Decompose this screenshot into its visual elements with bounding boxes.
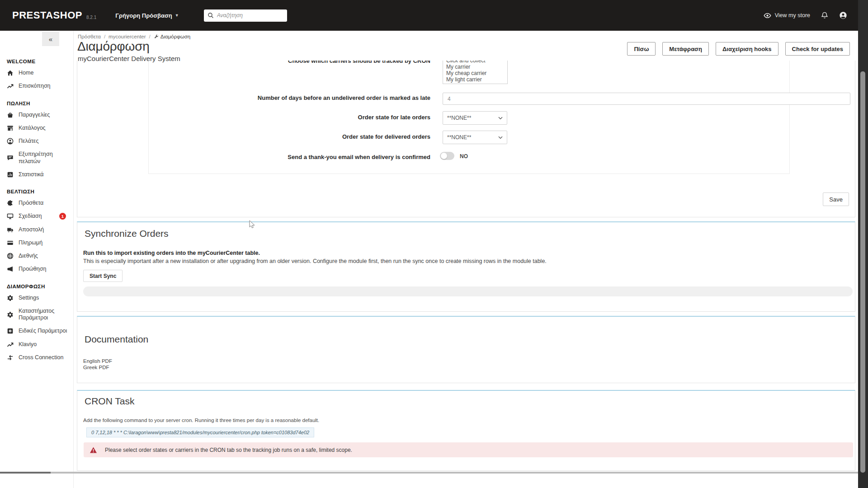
thankyou-email-state: NO	[460, 153, 468, 160]
prestashop-admin-screen: PRESTASHOP 8.2.1 Γρήγορη Πρόσβαση ▼ View…	[0, 0, 868, 488]
sidebar-item-modules[interactable]: Πρόσθετα	[0, 197, 73, 210]
account-icon[interactable]	[839, 11, 847, 19]
sidebar-item-catalog[interactable]: Κατάλογος	[0, 122, 73, 135]
save-button[interactable]: Save	[823, 192, 849, 206]
advanced-params-icon	[7, 328, 14, 334]
carrier-option[interactable]: My cheap carrier	[443, 70, 507, 76]
check-updates-button[interactable]: Check for updates	[785, 42, 850, 56]
late-state-value: **NONE**	[447, 115, 471, 121]
sidebar-section-improve: ΒΕΛΤΙΩΣΗ	[0, 189, 73, 197]
english-pdf-link[interactable]: English PDF	[83, 358, 112, 364]
design-notification-badge: 1	[59, 213, 66, 220]
sidebar-item-customers[interactable]: Πελάτες	[0, 135, 73, 148]
home-icon	[7, 70, 14, 76]
manage-hooks-button[interactable]: Διαχείριση hooks	[716, 42, 778, 56]
sidebar-item-label: Settings	[19, 295, 39, 301]
vertical-scrollbar-track	[858, 0, 868, 488]
truck-icon	[7, 226, 14, 233]
carriers-label: Choose which carriers should be tracked …	[194, 60, 430, 64]
sidebar-item-international[interactable]: Διεθνής	[0, 249, 73, 263]
back-button[interactable]: Πίσω	[627, 42, 656, 56]
sidebar-item-label: Home	[19, 70, 33, 76]
carrier-option[interactable]: Click and collect	[443, 60, 507, 64]
search-input[interactable]	[217, 12, 287, 19]
thankyou-email-toggle[interactable]	[440, 152, 454, 160]
translate-button[interactable]: Μετάφραση	[662, 42, 709, 56]
sidebar-item-orders[interactable]: Παραγγελίες	[0, 108, 73, 122]
chevron-down-icon	[498, 117, 503, 120]
sync-progressbar	[83, 286, 853, 296]
sidebar-item-stats[interactable]: Στατιστικά	[0, 168, 73, 181]
sidebar-item-label: Κατάλογος	[19, 125, 46, 131]
basket-icon	[7, 112, 14, 118]
sidebar-item-home[interactable]: Home	[0, 66, 73, 80]
sidebar-nav: WELCOME Home Επισκόπηση ΠΩΛΗΣΗ Παραγγελί…	[0, 31, 73, 364]
monitor-icon	[7, 213, 14, 220]
sidebar-item-design[interactable]: Σχεδίαση 1	[0, 210, 73, 223]
sidebar-item-marketing[interactable]: Προώθηση	[0, 263, 73, 276]
page-title: Διαμόρφωση	[77, 39, 150, 54]
globe-icon	[7, 253, 14, 259]
module-config-card: Choose which carriers should be tracked …	[77, 60, 855, 217]
docs-card-title: Documentation	[85, 334, 148, 345]
sidebar-section-configure: ΔΙΑΜΟΡΦΩΣΗ	[0, 284, 73, 291]
breadcrumb-modules[interactable]: Πρόσθετα	[78, 34, 101, 39]
megaphone-icon	[7, 266, 14, 272]
view-store-link[interactable]: View my store	[764, 12, 810, 19]
notifications-bell-icon[interactable]	[821, 12, 828, 19]
sidebar-item-klaviyo[interactable]: Klaviyo	[0, 338, 73, 351]
delivered-state-select[interactable]: **NONE**	[443, 131, 507, 144]
sidebar: « WELCOME Home Επισκόπηση ΠΩΛΗΣΗ Παραγγε…	[0, 31, 74, 488]
sidebar-item-label: Παραγγελίες	[19, 112, 50, 118]
cron-warning-text: Please select order states or carriers i…	[105, 447, 352, 453]
sidebar-item-overview[interactable]: Επισκόπηση	[0, 80, 73, 93]
carriers-multiselect[interactable]: Click and collect My carrier My cheap ca…	[443, 60, 508, 84]
cron-instruction: Add the following command to your server…	[83, 418, 319, 423]
carrier-option[interactable]: My light carrier	[443, 76, 507, 83]
sidebar-item-label: Καταστήματος Παράμετροι	[19, 308, 66, 322]
breadcrumb-current: Διαμόρφωση	[154, 34, 190, 39]
sidebar-item-label: Στατιστικά	[19, 171, 44, 178]
sync-card-title: Synchronize Orders	[85, 228, 169, 239]
sidebar-item-label: Πληρωμή	[19, 239, 42, 246]
search-box	[204, 9, 287, 22]
page-subtitle: myCourierCenter Delivery System	[78, 55, 180, 62]
sidebar-item-label: Προώθηση	[19, 266, 46, 272]
sidebar-item-payment[interactable]: Πληρωμή	[0, 236, 73, 249]
cron-card-title: CRON Task	[85, 396, 134, 407]
mouse-cursor	[249, 220, 255, 231]
sidebar-item-cross-connection[interactable]: Cross Connection	[0, 351, 73, 364]
breadcrumb-separator: /	[149, 34, 151, 39]
start-sync-button[interactable]: Start Sync	[83, 270, 123, 282]
greek-pdf-link[interactable]: Greek PDF	[83, 365, 109, 370]
sidebar-item-settings[interactable]: Settings	[0, 291, 73, 305]
horizontal-scrollbar-track	[0, 472, 858, 474]
breadcrumb-module[interactable]: mycouriercenter	[108, 34, 146, 39]
trending-up-icon	[7, 83, 14, 89]
sidebar-item-shipping[interactable]: Αποστολή	[0, 223, 73, 236]
chat-icon	[7, 155, 14, 161]
carrier-option[interactable]: My carrier	[443, 64, 507, 70]
sidebar-item-label: Klaviyo	[19, 341, 37, 348]
sidebar-item-customer-service[interactable]: Εξυπηρέτηση πελατών	[0, 148, 63, 168]
wrench-icon	[154, 34, 159, 39]
trending-up-icon	[7, 341, 14, 348]
documentation-card: Documentation English PDF Greek PDF	[77, 316, 855, 383]
sidebar-item-label: Σχεδίαση	[19, 213, 42, 220]
chevron-down-icon	[498, 136, 503, 139]
sidebar-item-label: Ειδικές Παράμετροι	[19, 328, 67, 334]
sidebar-item-label: Επισκόπηση	[19, 83, 51, 89]
sidebar-section-welcome: WELCOME	[0, 59, 73, 66]
gear-icon	[7, 295, 14, 301]
horizontal-scrollbar-thumb[interactable]	[0, 472, 51, 474]
caret-down-icon: ▼	[175, 13, 179, 18]
vertical-scrollbar-thumb[interactable]	[860, 71, 865, 473]
sidebar-collapse-button[interactable]: «	[42, 32, 59, 46]
delivered-state-value: **NONE**	[447, 134, 471, 141]
late-days-input[interactable]	[443, 93, 850, 105]
sidebar-item-label: Εξυπηρέτηση πελατών	[19, 151, 61, 165]
quick-access-menu[interactable]: Γρήγορη Πρόσβαση ▼	[115, 12, 179, 19]
sidebar-item-shop-params[interactable]: Καταστήματος Παράμετροι	[0, 305, 68, 325]
sidebar-item-advanced-params[interactable]: Ειδικές Παράμετροι	[0, 324, 73, 338]
late-state-select[interactable]: **NONE**	[443, 111, 507, 125]
